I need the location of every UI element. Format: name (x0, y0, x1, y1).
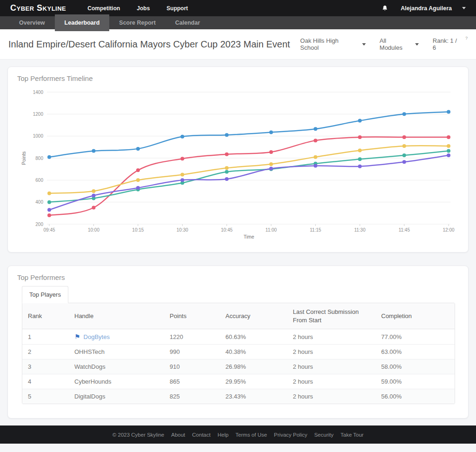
data-point-OHHSTech (225, 153, 229, 156)
cell-rank: 2 (22, 345, 69, 359)
nav-item-competition[interactable]: Competition (87, 5, 120, 12)
data-point-DigitalDogs (180, 178, 184, 182)
cell-accuracy: 29.95% (220, 374, 287, 389)
data-point-OHHSTech (269, 150, 273, 154)
page-title: Inland Empire/Desert California Mayors C… (8, 39, 290, 50)
data-point-CyberHounds (447, 149, 450, 153)
cell-last-submission: 2 hours (287, 359, 376, 374)
cell-handle: CyberHounds (69, 374, 164, 389)
tab-overview[interactable]: Overview (9, 16, 55, 29)
footer-link-contact[interactable]: Contact (192, 432, 211, 438)
app-logo[interactable]: Cyber Skyline (10, 3, 66, 13)
tab-top-players[interactable]: Top Players (22, 286, 68, 303)
svg-text:10:45: 10:45 (221, 227, 232, 233)
data-point-DigitalDogs (314, 164, 317, 168)
svg-text:11:15: 11:15 (310, 227, 322, 233)
cell-points: 865 (164, 374, 220, 389)
leaderboard-table: Rank Handle Points Accuracy Last Correct… (22, 303, 455, 404)
footer-link-security[interactable]: Security (314, 432, 334, 438)
col-points: Points (164, 303, 220, 329)
data-point-DogBytes (136, 147, 140, 151)
data-point-DogBytes (269, 130, 273, 134)
top-performers-card: Top Performers Top Players Rank Handle P… (7, 266, 469, 419)
cell-handle: WatchDogs (69, 359, 164, 374)
tab-leaderboard[interactable]: Leaderboard (55, 14, 110, 31)
data-point-OHHSTech (358, 135, 362, 139)
data-point-WatchDogs (269, 162, 273, 166)
chevron-down-icon (415, 43, 419, 46)
user-menu[interactable]: Alejandra Aguilera (401, 5, 466, 12)
data-point-DogBytes (403, 112, 406, 116)
cell-handle: DigitalDogs (69, 389, 164, 404)
series-line-OHHSTech (49, 137, 449, 216)
data-point-DigitalDogs (47, 208, 51, 212)
data-point-WatchDogs (136, 178, 140, 182)
footer: © 2023 Cyber Skyline About Contact Help … (0, 425, 476, 444)
nav-item-support[interactable]: Support (166, 5, 188, 12)
timeline-chart[interactable]: 20040060080010001200140009:4510:0010:151… (14, 87, 468, 243)
svg-text:11:45: 11:45 (398, 227, 410, 233)
col-completion: Completion (376, 303, 455, 329)
series-line-DogBytes (49, 112, 449, 157)
cell-last-submission: 2 hours (287, 374, 376, 389)
col-handle: Handle (69, 303, 164, 329)
svg-text:800: 800 (35, 156, 43, 161)
data-point-WatchDogs (47, 192, 51, 195)
data-point-WatchDogs (403, 144, 406, 148)
footer-link-terms[interactable]: Terms of Use (236, 432, 267, 438)
leaderboard-title: Top Performers (17, 273, 459, 281)
cell-completion: 77.00% (376, 329, 455, 345)
chevron-down-icon (462, 7, 466, 9)
main-content: Top Performers Timeline 2004006008001000… (0, 60, 476, 419)
data-point-DogBytes (447, 110, 450, 114)
table-row: 4 CyberHounds 865 29.95% 2 hours 59.00% (22, 374, 455, 389)
data-point-WatchDogs (314, 155, 317, 159)
data-point-DigitalDogs (136, 186, 140, 190)
cell-handle: OHHSTech (69, 345, 164, 359)
data-point-OHHSTech (92, 206, 95, 210)
data-point-WatchDogs (225, 166, 229, 170)
series-line-WatchDogs (49, 146, 449, 193)
table-row: 1 ⚑DogBytes 1220 60.63% 2 hours 77.00% (22, 329, 455, 345)
svg-text:10:15: 10:15 (132, 227, 144, 233)
table-header-row: Rank Handle Points Accuracy Last Correct… (22, 303, 455, 329)
cell-completion: 58.00% (376, 359, 455, 374)
handle-link[interactable]: DogBytes (84, 333, 110, 340)
data-point-DogBytes (47, 155, 51, 159)
svg-text:Time: Time (244, 234, 254, 239)
cell-accuracy: 23.43% (220, 389, 287, 404)
cell-handle: ⚑DogBytes (69, 329, 164, 345)
notifications-bell-icon[interactable] (381, 5, 389, 12)
data-point-CyberHounds (358, 157, 362, 161)
svg-text:10:00: 10:00 (88, 227, 99, 233)
help-icon[interactable]: ? (465, 36, 468, 40)
cell-points: 990 (164, 345, 220, 359)
data-point-OHHSTech (180, 157, 184, 160)
module-filter-value: All Modules (380, 37, 410, 51)
line-chart-canvas[interactable]: 20040060080010001200140009:4510:0010:151… (14, 87, 461, 243)
table-row: 3 WatchDogs 910 26.98% 2 hours 58.00% (22, 359, 455, 374)
nav-item-jobs[interactable]: Jobs (137, 5, 150, 12)
data-point-OHHSTech (47, 213, 51, 217)
cell-accuracy: 60.63% (220, 329, 287, 345)
svg-text:200: 200 (35, 222, 43, 227)
footer-link-help[interactable]: Help (218, 432, 229, 438)
cell-last-submission: 2 hours (287, 329, 376, 345)
col-last-submission: Last Correct Submission From Start (287, 303, 376, 329)
tab-score-report[interactable]: Score Report (109, 16, 165, 29)
footer-link-privacy[interactable]: Privacy Policy (274, 432, 307, 438)
footer-link-about[interactable]: About (171, 432, 185, 438)
copyright: © 2023 Cyber Skyline (112, 432, 164, 438)
cell-rank: 1 (22, 329, 69, 345)
team-filter-dropdown[interactable]: Oak Hills High School (300, 37, 366, 51)
competition-subnav: Overview Leaderboard Score Report Calend… (0, 16, 476, 29)
data-point-DogBytes (358, 119, 362, 123)
module-filter-dropdown[interactable]: All Modules (380, 37, 419, 51)
cell-rank: 3 (22, 359, 69, 374)
chevron-down-icon (362, 43, 366, 46)
cell-completion: 59.00% (376, 374, 455, 389)
data-point-OHHSTech (447, 135, 450, 139)
footer-link-take-tour[interactable]: Take Tour (340, 432, 364, 438)
data-point-WatchDogs (92, 189, 95, 193)
tab-calendar[interactable]: Calendar (165, 16, 210, 29)
